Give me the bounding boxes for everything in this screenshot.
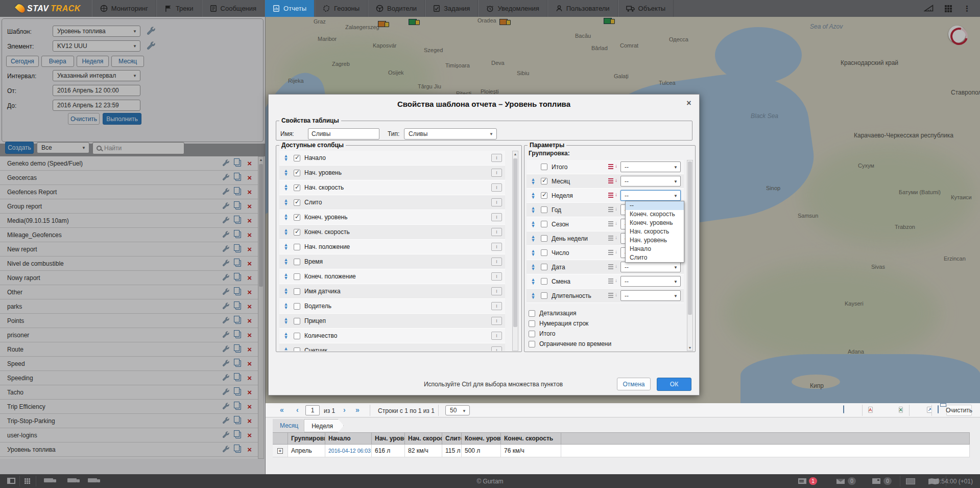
column-checkbox[interactable] <box>294 244 300 250</box>
scrollbar-thumb[interactable] <box>688 161 692 315</box>
move-updown-icon[interactable] <box>530 292 537 299</box>
column-header[interactable]: Нач. уровень <box>372 432 405 445</box>
grouping-column-select[interactable]: -- <box>620 262 681 272</box>
driver-messages-icon[interactable] <box>836 479 845 484</box>
column-row[interactable]: Нач. уровень <box>279 166 505 180</box>
grouping-checkbox[interactable] <box>541 164 547 170</box>
move-updown-icon[interactable] <box>282 228 290 236</box>
expand-row-icon[interactable] <box>277 448 283 454</box>
move-updown-icon[interactable] <box>282 317 290 324</box>
sort-order-icon[interactable] <box>608 278 617 285</box>
tab-week[interactable]: Неделя <box>304 419 344 432</box>
move-updown-icon[interactable] <box>282 303 290 310</box>
grouping-row[interactable]: Итого -- <box>527 160 684 174</box>
grouping-column-select[interactable]: -- <box>620 290 681 301</box>
move-updown-icon[interactable] <box>282 332 290 339</box>
custom-text-icon[interactable] <box>491 272 502 281</box>
column-checkbox[interactable] <box>294 333 300 339</box>
column-header[interactable]: Нач. скорость <box>405 432 442 445</box>
custom-text-icon[interactable] <box>491 317 502 325</box>
move-updown-icon[interactable] <box>530 206 537 214</box>
column-header[interactable]: Конеч. уровень <box>462 432 501 445</box>
column-row[interactable]: Имя датчика <box>279 284 505 299</box>
grouping-column-select[interactable]: -- <box>620 161 681 172</box>
next-page-button[interactable]: › <box>343 406 346 414</box>
sort-order-icon[interactable] <box>608 164 617 170</box>
grouping-checkbox[interactable] <box>541 192 547 199</box>
column-header[interactable]: Начало <box>325 432 372 445</box>
dropdown-option[interactable]: Нач. скорость <box>626 227 684 236</box>
grouping-checkbox[interactable] <box>541 235 547 242</box>
move-updown-icon[interactable] <box>530 264 537 271</box>
expand-cell[interactable] <box>273 445 288 457</box>
column-row[interactable]: Нач. положение <box>279 240 505 254</box>
column-checkbox[interactable] <box>294 170 300 176</box>
dropdown-option[interactable]: Нач. уровень <box>626 236 684 245</box>
table-cell[interactable]: 616 л <box>372 445 405 457</box>
custom-text-icon[interactable] <box>491 183 502 192</box>
sort-order-icon[interactable] <box>608 192 617 199</box>
param-checkbox[interactable] <box>529 341 535 347</box>
apps-grid-icon[interactable] <box>945 5 947 7</box>
grouping-checkbox[interactable] <box>541 206 547 213</box>
move-updown-icon[interactable] <box>282 214 290 221</box>
column-checkbox[interactable] <box>294 229 300 236</box>
dropdown-option[interactable]: Начало <box>626 245 684 253</box>
grouping-row[interactable]: Месяц -- <box>527 174 684 189</box>
dropdown-option[interactable]: Конеч. уровень <box>626 219 684 227</box>
param-checkbox-row[interactable]: Нумерация строк <box>529 318 611 329</box>
table-name-input[interactable] <box>308 128 379 140</box>
page-number-input[interactable] <box>305 405 320 415</box>
dropdown-option[interactable]: Конеч. скорость <box>626 210 684 219</box>
column-header[interactable]: Конеч. скорость <box>501 432 561 445</box>
tab-jobs[interactable]: Задания <box>425 0 478 17</box>
column-row[interactable]: Время <box>279 254 505 269</box>
table-cell[interactable]: 2016-04-12 06:03:34 <box>325 445 372 457</box>
grouping-checkbox[interactable] <box>541 249 547 256</box>
sort-order-icon[interactable] <box>608 221 617 227</box>
tab-monitoring[interactable]: Мониторинг <box>92 0 156 17</box>
custom-text-icon[interactable] <box>491 213 502 221</box>
tab-drivers[interactable]: Водители <box>368 0 425 17</box>
column-row[interactable]: Конеч. положение <box>279 269 505 284</box>
table-cell[interactable]: 115 л <box>442 445 462 457</box>
column-row[interactable]: Нач. скорость <box>279 180 505 195</box>
column-checkbox[interactable] <box>294 214 300 221</box>
column-checkbox[interactable] <box>294 273 300 280</box>
report-book-icon[interactable] <box>906 478 915 484</box>
param-checkbox-row[interactable]: Детализация <box>529 308 611 318</box>
custom-text-icon[interactable] <box>491 198 502 206</box>
column-checkbox[interactable] <box>294 303 300 310</box>
grouping-row[interactable]: Смена -- <box>527 274 684 289</box>
move-updown-icon[interactable] <box>282 258 290 265</box>
param-checkbox-row[interactable]: Ограничение по времени <box>529 339 611 349</box>
dropdown-option[interactable]: -- <box>626 201 684 210</box>
table-cell[interactable]: 82 км/ч <box>405 445 442 457</box>
tab-tracks[interactable]: Треки <box>156 0 202 17</box>
custom-text-icon[interactable] <box>491 154 502 162</box>
tab-geofences[interactable]: Геозоны <box>315 0 368 17</box>
column-row[interactable]: Конеч. уровень <box>279 210 505 225</box>
grouping-row[interactable]: Длительность -- <box>527 289 684 303</box>
custom-text-icon[interactable] <box>491 302 502 310</box>
move-updown-icon[interactable] <box>282 184 290 191</box>
column-row[interactable]: Начало <box>279 151 505 166</box>
tab-units[interactable]: Объекты <box>618 0 674 17</box>
table-type-select[interactable]: Сливы <box>404 128 497 140</box>
custom-text-icon[interactable] <box>491 169 502 177</box>
move-updown-icon[interactable] <box>282 169 290 176</box>
export-pdf-icon[interactable] <box>868 407 873 413</box>
custom-text-icon[interactable] <box>491 228 502 236</box>
media-badge[interactable]: 0 <box>883 477 892 485</box>
sort-order-icon[interactable] <box>608 264 617 270</box>
sort-order-icon[interactable] <box>608 292 617 299</box>
table-cell[interactable]: Апрель <box>288 445 325 457</box>
column-row[interactable]: Количество <box>279 329 505 343</box>
kebab-menu-icon[interactable]: ⋮ <box>963 4 971 13</box>
ok-button[interactable]: ОК <box>657 378 691 391</box>
notifications-icon[interactable] <box>798 478 806 484</box>
move-updown-icon[interactable] <box>530 221 537 228</box>
grouping-checkbox[interactable] <box>541 264 547 270</box>
sort-order-icon[interactable] <box>608 235 617 242</box>
move-updown-icon[interactable] <box>530 235 537 242</box>
